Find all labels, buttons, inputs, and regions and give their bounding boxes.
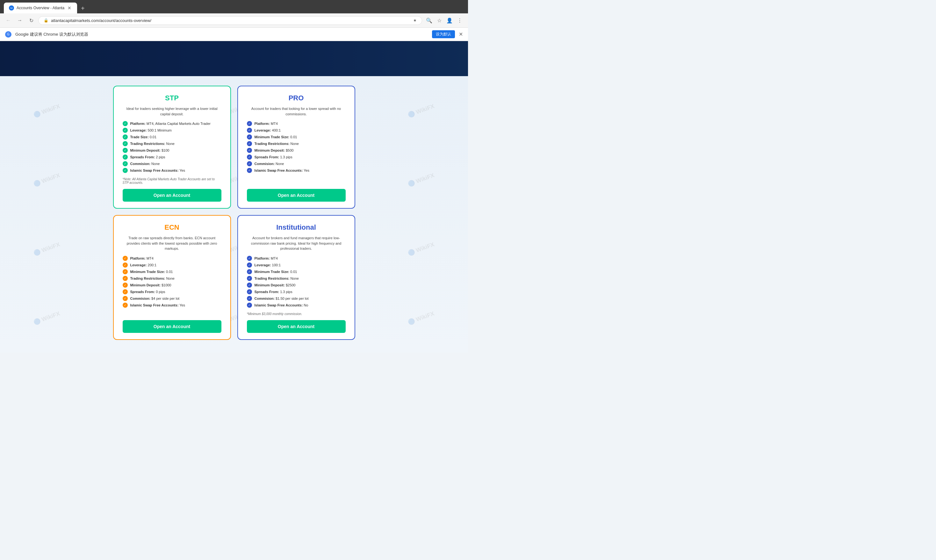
active-tab[interactable]: M Accounts Overview - Atlanta ✕ [4,3,77,13]
page-content: 🔵 WikiFX 🔵 WikiFX 🔵 WikiFX 🔵 WikiFX 🔵 Wi… [0,41,468,352]
reload-button[interactable]: ↻ [27,16,36,25]
watermark: 🔵 WikiFX [365,76,468,159]
feature-item: ✓ Trading Restrictions: None [247,276,346,281]
feature-text: Platform: MT4 [254,257,278,260]
ecn-features: ✓ Platform: MT4 ✓ Leverage: 200:1 ✓ Mini… [123,256,222,308]
pro-features: ✓ Platform: MT4 ✓ Leverage: 400:1 ✓ Mini… [247,121,346,177]
feature-item: ✓ Minimum Deposit: $2500 [247,283,346,288]
feature-text: Minimum Deposit: $1000 [130,283,171,287]
stp-title: STP [123,94,222,102]
feature-text: Spreads From: 1.3 pips [254,155,292,159]
feature-check-icon: ✓ [123,296,128,301]
stp-open-account-button[interactable]: Open an Account [123,189,222,202]
bookmark-icon[interactable]: ☆ [435,16,444,25]
feature-text: Spreads From: 1.3 pips [254,290,292,294]
browser-chrome: M Accounts Overview - Atlanta ✕ + ← → ↻ … [0,0,468,41]
feature-item: ✓ Commision: None [247,161,346,166]
feature-text: Minimum Trade Size: 0.01 [130,270,173,274]
pro-note [247,181,346,185]
watermark: 🔵 WikiFX [0,131,103,228]
feature-check-icon: ✓ [247,269,252,274]
feature-check-icon: ✓ [123,168,128,173]
feature-text: Leverage: 500:1 Minimum [130,128,172,132]
menu-icon[interactable]: ⋮ [455,16,464,25]
feature-item: ✓ Commision: None [123,161,222,166]
watermark: 🔵 WikiFX [0,269,103,352]
feature-check-icon: ✓ [123,134,128,140]
feature-check-icon: ✓ [247,303,252,308]
feature-text: Spreads From: 0 pips [130,290,165,294]
feature-check-icon: ✓ [123,289,128,294]
feature-item: ✓ Trading Restrictions: None [123,276,222,281]
feature-text: Commision: None [254,162,284,166]
feature-text: Minimum Deposit: $500 [254,148,294,152]
feature-text: Leverage: 100:1 [254,263,281,267]
watermark: 🔵 WikiFX [365,269,468,352]
feature-text: Minimum Trade Size: 0.01 [254,135,297,139]
feature-item: ✓ Trading Restrictions: None [247,141,346,146]
new-tab-button[interactable]: + [79,3,87,13]
forward-button[interactable]: → [15,16,24,25]
feature-item: ✓ Islamic Swap Free Accounts: Yes [123,303,222,308]
feature-text: Platform: MT4 [254,122,278,126]
feature-check-icon: ✓ [247,168,252,173]
feature-item: ✓ Spreads From: 1.3 pips [247,154,346,160]
feature-item: ✓ Minimum Trade Size: 0.01 [247,269,346,274]
feature-text: Platform: MT4, Atlanta Capital Markets A… [130,122,211,126]
feature-item: ✓ Islamic Swap Free Accounts: Yes [247,168,346,173]
feature-text: Commision: $4 per side per lot [130,297,180,300]
address-bar[interactable]: 🔒 atlantacapitalmarkets.com/account/acco… [38,16,422,25]
ecn-description: Trade on raw spreads directly from banks… [123,235,222,251]
pro-open-account-button[interactable]: Open an Account [247,189,346,202]
feature-text: Spreads From: 2 pips [130,155,165,159]
feature-check-icon: ✓ [247,161,252,166]
browser-toolbar: ← → ↻ 🔒 atlantacapitalmarkets.com/accoun… [0,13,468,28]
search-icon[interactable]: 🔍 [425,16,434,25]
stp-description: Ideal for traders seeking higher leverag… [123,106,222,117]
feature-text: Islamic Swap Free Accounts: No [254,303,308,307]
ecn-note [123,312,222,316]
feature-text: Minimum Trade Size: 0.01 [254,270,297,274]
feature-item: ✓ Commision: $4 per side per lot [123,296,222,301]
institutional-open-account-button[interactable]: Open an Account [247,320,346,333]
watermark: 🔵 WikiFX [365,200,468,297]
tab-close-button[interactable]: ✕ [67,5,72,11]
feature-text: Islamic Swap Free Accounts: Yes [130,169,185,172]
feature-check-icon: ✓ [123,303,128,308]
set-default-button[interactable]: 设为默认 [432,30,455,38]
watermark: 🔵 WikiFX [0,76,103,159]
feature-item: ✓ Minimum Deposit: $500 [247,148,346,153]
watermark: 🔵 WikiFX [365,131,468,228]
stp-features: ✓ Platform: MT4, Atlanta Capital Markets… [123,121,222,173]
feature-check-icon: ✓ [123,141,128,146]
institutional-title: Institutional [247,223,346,232]
feature-text: Leverage: 400:1 [254,128,281,132]
feature-item: ✓ Islamic Swap Free Accounts: No [247,303,346,308]
watermark: 🔵 WikiFX [0,200,103,297]
hero-banner [0,41,468,76]
tab-title: Accounts Overview - Atlanta [17,6,65,10]
feature-item: ✓ Minimum Trade Size: 0.01 [123,269,222,274]
profile-icon[interactable]: 👤 [445,16,454,25]
institutional-description: Account for brokers and fund managers th… [247,235,346,251]
feature-item: ✓ Trading Restrictions: None [123,141,222,146]
feature-item: ✓ Islamic Swap Free Accounts: Yes [123,168,222,173]
feature-text: Leverage: 200:1 [130,263,157,267]
ecn-card: ECN Trade on raw spreads directly from b… [113,215,231,340]
feature-check-icon: ✓ [247,276,252,281]
info-bar-close-button[interactable]: ✕ [459,31,463,37]
feature-item: ✓ Leverage: 400:1 [247,128,346,133]
feature-check-icon: ✓ [123,154,128,160]
feature-check-icon: ✓ [247,121,252,126]
feature-item: ✓ Spreads From: 2 pips [123,154,222,160]
feature-check-icon: ✓ [123,121,128,126]
feature-item: ✓ Minimum Deposit: $1000 [123,283,222,288]
feature-item: ✓ Trade Size: 0.01 [123,134,222,140]
feature-item: ✓ Minimum Deposit: $100 [123,148,222,153]
feature-check-icon: ✓ [247,128,252,133]
feature-item: ✓ Platform: MT4 [123,256,222,261]
feature-check-icon: ✓ [247,263,252,268]
back-button[interactable]: ← [4,16,13,25]
toolbar-icons: 🔍 ☆ 👤 ⋮ [425,16,464,25]
ecn-open-account-button[interactable]: Open an Account [123,320,222,333]
